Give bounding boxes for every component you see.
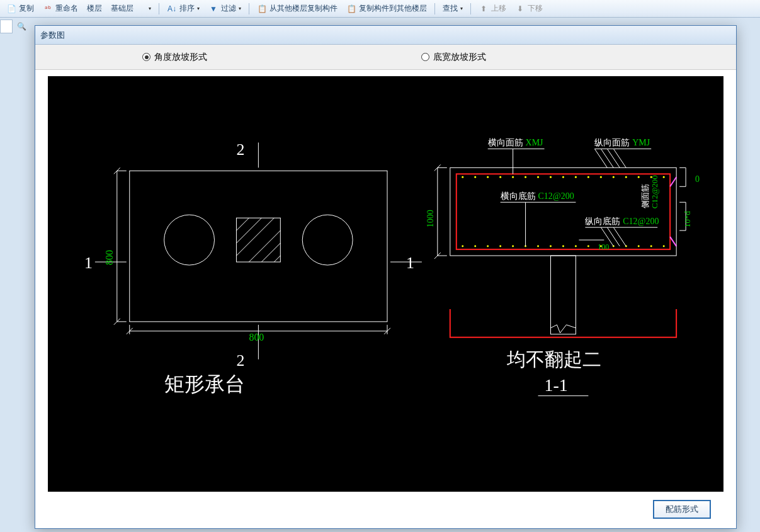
svg-line-8	[261, 243, 280, 262]
h-face-bar-val: XMJ	[526, 138, 544, 147]
svg-point-45	[462, 246, 463, 247]
svg-line-26	[670, 177, 676, 186]
svg-line-74	[607, 227, 620, 246]
v-bottom-bar-val: C12@200	[623, 217, 659, 226]
svg-line-9	[274, 256, 280, 262]
rename-button[interactable]: ᵃᵇ 重命名	[39, 2, 82, 15]
chevron-down-icon: ▾	[149, 6, 151, 11]
svg-rect-3	[236, 218, 280, 262]
arrow-up-icon: ⬆	[479, 4, 489, 14]
dim-inner-100: 100	[598, 242, 609, 251]
search-input[interactable]	[0, 20, 13, 33]
v-bottom-bar-label: 纵向底筋	[585, 217, 620, 226]
copy-to-other-button[interactable]: 📋 复制构件到其他楼层	[343, 2, 431, 15]
svg-point-34	[537, 176, 539, 178]
param-dialog: 参数图 角度放坡形式 底宽放坡形式	[35, 25, 737, 529]
find-dropdown[interactable]: 查找 ▾	[439, 2, 467, 15]
chevron-down-icon: ▾	[239, 6, 241, 11]
move-down-button[interactable]: ⬇ 下移	[511, 2, 547, 15]
svg-line-7	[249, 230, 280, 262]
h-face-bar-label: 横向面筋	[488, 138, 523, 147]
svg-point-51	[537, 246, 539, 247]
svg-point-30	[487, 176, 489, 178]
filter-button[interactable]: ▼ 过滤 ▾	[205, 2, 245, 15]
radio-unchecked-icon	[421, 53, 429, 61]
svg-line-66	[594, 149, 607, 167]
separator	[249, 3, 249, 14]
side-bar-label: 侧面筋	[640, 184, 650, 208]
dialog-title: 参数图	[35, 26, 736, 45]
floor-label: 楼层	[83, 2, 106, 15]
rebar-form-button[interactable]: 配筋形式	[653, 500, 711, 519]
left-drawing-title: 矩形承台	[164, 373, 245, 395]
svg-rect-62	[551, 256, 576, 334]
copy-button[interactable]: 📄 复制	[3, 2, 38, 15]
arrow-down-icon: ⬇	[515, 4, 525, 14]
svg-point-54	[575, 246, 577, 247]
separator	[434, 3, 435, 14]
svg-point-36	[562, 176, 564, 178]
copy-to-icon: 📋	[346, 4, 356, 14]
svg-rect-25	[457, 174, 670, 249]
h-bottom-bar-val: C12@200	[538, 191, 574, 201]
svg-point-49	[512, 246, 514, 247]
chevron-down-icon: ▾	[460, 6, 463, 11]
svg-line-4	[236, 218, 274, 256]
svg-point-1	[164, 215, 215, 265]
svg-point-28	[462, 176, 463, 178]
svg-line-68	[607, 149, 620, 167]
svg-point-37	[575, 176, 577, 178]
move-up-button[interactable]: ⬆ 上移	[475, 2, 510, 15]
svg-point-44	[663, 176, 665, 178]
drawing-canvas: 2 2 1 1 800	[48, 76, 723, 492]
section-1-right: 1	[406, 254, 414, 272]
svg-point-35	[550, 176, 552, 178]
sort-button[interactable]: A↓ 排序 ▾	[163, 2, 203, 15]
v-face-bar-label: 纵向面筋	[594, 138, 630, 147]
svg-line-5	[236, 218, 261, 243]
svg-rect-24	[450, 167, 676, 256]
dim-v-left: 800	[104, 250, 115, 265]
dim-right-0: 0	[695, 174, 700, 184]
search-icon[interactable]: 🔍	[15, 20, 28, 33]
copy-icon: 📄	[6, 4, 16, 14]
main-toolbar: 📄 复制 ᵃᵇ 重命名 楼层 基础层 ▾ A↓ 排序 ▾ ▼ 过滤 ▾ 📋 从其…	[0, 0, 760, 18]
side-bar-val: C12@200	[650, 175, 659, 208]
dim-section-v: 1000	[426, 210, 435, 227]
svg-line-75	[613, 227, 626, 246]
copy-from-other-button[interactable]: 📋 从其他楼层复制构件	[253, 2, 341, 15]
rename-icon: ᵃᵇ	[43, 4, 53, 14]
slope-mode-radios: 角度放坡形式 底宽放坡形式	[35, 45, 736, 70]
dim-right-10d: 10*d	[683, 211, 692, 227]
svg-point-38	[587, 176, 589, 178]
svg-point-29	[474, 176, 476, 178]
svg-point-2	[302, 215, 353, 265]
chevron-down-icon: ▾	[197, 6, 200, 11]
radio-checked-icon	[142, 53, 150, 61]
svg-point-59	[638, 246, 640, 247]
copy-from-icon: 📋	[257, 4, 267, 14]
svg-point-33	[525, 176, 526, 178]
right-drawing-title-2: 1-1	[545, 375, 568, 395]
svg-point-61	[663, 246, 665, 247]
base-layer-dropdown[interactable]: 基础层 ▾	[107, 2, 155, 15]
sort-icon: A↓	[167, 4, 177, 14]
svg-point-31	[499, 176, 501, 178]
section-2-top: 2	[236, 140, 244, 159]
svg-line-27	[670, 237, 676, 246]
svg-point-48	[499, 246, 501, 247]
svg-point-55	[587, 246, 589, 247]
bottom-width-slope-radio[interactable]: 底宽放坡形式	[421, 52, 486, 63]
angle-slope-radio[interactable]: 角度放坡形式	[142, 52, 207, 63]
svg-point-53	[562, 246, 564, 247]
h-bottom-bar-label: 横向底筋	[501, 191, 536, 201]
svg-point-60	[650, 246, 652, 247]
svg-rect-0	[130, 171, 387, 322]
svg-point-40	[613, 176, 615, 178]
svg-point-41	[625, 176, 627, 178]
svg-point-42	[638, 176, 640, 178]
svg-point-39	[600, 176, 602, 178]
dim-h-bottom: 800	[249, 332, 264, 342]
right-drawing-title-1: 均不翻起二	[506, 349, 601, 370]
section-1-left: 1	[84, 254, 93, 272]
